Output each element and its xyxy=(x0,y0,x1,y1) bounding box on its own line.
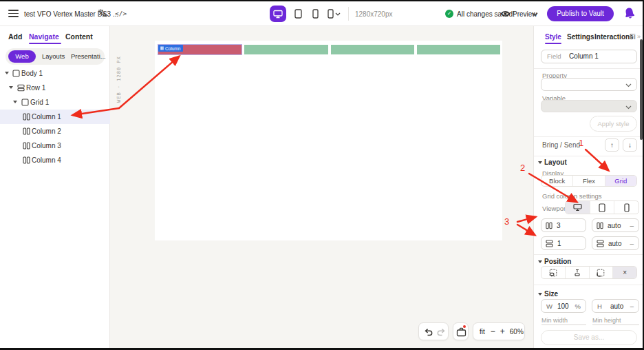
tree-item-row[interactable]: Row 1 xyxy=(0,81,110,95)
view-pill-web[interactable]: Web xyxy=(8,50,36,63)
save-as-button[interactable]: Save as... xyxy=(541,330,637,345)
tree-item-column-1[interactable]: Column 1 xyxy=(0,110,110,124)
notifications-bell-icon[interactable] xyxy=(622,6,636,21)
variable-select[interactable] xyxy=(541,100,637,112)
viewport-desktop-button[interactable] xyxy=(270,6,286,22)
rows-icon xyxy=(597,240,604,247)
column-icon xyxy=(23,156,30,164)
send-backward-button[interactable]: ↓ xyxy=(623,138,637,152)
translate-icon[interactable] xyxy=(97,8,107,18)
width-unit[interactable]: % xyxy=(575,302,581,310)
grid-rows-input[interactable]: 1 xyxy=(541,236,586,250)
tree-item-grid[interactable]: Grid 1 xyxy=(0,95,110,110)
viewport-option-tablet[interactable] xyxy=(590,201,615,214)
width-label: W xyxy=(546,302,552,310)
position-option-absolute[interactable] xyxy=(566,267,590,278)
caret-down-icon[interactable] xyxy=(9,86,13,89)
column-icon xyxy=(23,113,30,121)
display-option-grid[interactable]: Grid xyxy=(605,176,636,186)
chevron-down-icon[interactable] xyxy=(532,12,538,17)
tab-settings[interactable]: Settings xyxy=(567,33,594,41)
publish-to-vault-button[interactable]: Publish to Vault xyxy=(547,6,614,21)
divider xyxy=(534,254,643,255)
grid-rows-value: 1 xyxy=(557,240,561,247)
tree-item-label: Row 1 xyxy=(26,84,45,92)
grid-column-settings-label: Grid column settings xyxy=(542,192,602,200)
caret-down-icon[interactable] xyxy=(538,161,542,164)
property-select[interactable] xyxy=(541,78,637,91)
column-icon xyxy=(160,46,164,50)
viewport-mobile-button[interactable] xyxy=(307,6,323,22)
display-option-block[interactable]: Block xyxy=(541,176,573,186)
min-height-input[interactable] xyxy=(592,325,639,325)
size-section-title[interactable]: Size xyxy=(544,290,558,298)
zoom-out-button[interactable]: − xyxy=(491,327,495,336)
divider xyxy=(534,156,643,156)
code-icon[interactable]: </> xyxy=(115,10,127,17)
tab-content[interactable]: Content xyxy=(65,32,93,41)
tab-interactions[interactable]: Interactions xyxy=(594,33,634,41)
position-option-relative[interactable] xyxy=(541,267,566,278)
panel-scrollbar[interactable] xyxy=(640,39,643,140)
position-sticky-icon xyxy=(597,269,605,277)
zoom-fit-button[interactable]: fit xyxy=(480,328,485,336)
height-unit[interactable]: – xyxy=(630,302,634,310)
position-option-sticky[interactable] xyxy=(590,267,614,278)
layout-section-title[interactable]: Layout xyxy=(544,158,567,166)
divider xyxy=(534,136,643,137)
redo-icon[interactable] xyxy=(437,328,446,336)
caret-down-icon[interactable] xyxy=(13,101,17,103)
caret-down-icon[interactable] xyxy=(5,72,9,74)
menu-icon[interactable] xyxy=(8,10,19,17)
grid-columns-auto-input[interactable]: auto – xyxy=(592,218,639,232)
canvas-column-2[interactable] xyxy=(244,45,328,54)
caret-down-icon[interactable] xyxy=(538,260,542,263)
row-icon xyxy=(17,84,25,92)
zoom-in-button[interactable]: + xyxy=(500,327,505,336)
tree-item-column-2[interactable]: Column 2 xyxy=(0,124,110,138)
view-pill-presentations[interactable]: Presentati... xyxy=(71,52,106,60)
stepper-dash[interactable]: – xyxy=(630,222,634,229)
tree-item-column-4[interactable]: Column 4 xyxy=(0,153,110,167)
canvas-column-1[interactable]: Column xyxy=(158,45,242,54)
min-height-label: Min height xyxy=(592,317,621,324)
tab-add[interactable]: Add xyxy=(8,32,22,41)
active-tab-underline xyxy=(29,43,61,44)
tree-item-label: Column 3 xyxy=(32,142,61,150)
height-input[interactable]: H auto – xyxy=(592,299,639,313)
display-option-flex[interactable]: Flex xyxy=(573,176,605,186)
stepper-dash[interactable]: – xyxy=(630,240,634,247)
viewport-tablet-button[interactable] xyxy=(290,6,306,22)
width-value: 100 xyxy=(557,302,569,310)
grid-rows-auto-input[interactable]: auto – xyxy=(592,236,639,250)
undo-icon[interactable] xyxy=(424,328,433,336)
caret-down-icon[interactable] xyxy=(538,293,542,296)
design-canvas-page[interactable]: Column xyxy=(155,41,502,240)
tree-item-body[interactable]: Body 1 xyxy=(0,66,110,81)
width-input[interactable]: W 100 % xyxy=(541,299,586,313)
toolbox-button[interactable] xyxy=(453,322,469,340)
position-option-none[interactable]: × xyxy=(613,267,636,278)
grid-columns-input[interactable]: 3 xyxy=(541,218,586,232)
canvas-column-3[interactable] xyxy=(331,45,414,54)
tree-item-column-3[interactable]: Column 3 xyxy=(0,138,110,153)
position-section-title[interactable]: Position xyxy=(544,258,571,265)
layers-sidebar: Add Navigate Content Web Layouts Present… xyxy=(0,26,110,348)
canvas-column-4[interactable] xyxy=(417,45,500,54)
preview-eye-icon xyxy=(500,10,511,17)
chevron-down-icon xyxy=(625,83,632,88)
viewport-option-desktop[interactable] xyxy=(566,201,590,214)
bring-forward-button[interactable]: ↑ xyxy=(605,138,619,152)
tab-navigate[interactable]: Navigate xyxy=(29,32,59,41)
viewport-custom-dropdown[interactable] xyxy=(323,6,345,22)
tree-item-label: Grid 1 xyxy=(30,99,49,106)
viewport-option-mobile[interactable] xyxy=(614,201,638,214)
zoom-level-label: 60% xyxy=(510,328,524,336)
tab-style[interactable]: Style xyxy=(545,33,561,41)
field-name-input[interactable]: Field Column 1 xyxy=(541,50,637,63)
min-width-input[interactable] xyxy=(541,325,586,325)
tab-field-truncated[interactable]: Fi xyxy=(630,33,636,41)
zoom-toolbar: fit − + 60% xyxy=(473,322,525,340)
apply-style-button[interactable]: Apply style xyxy=(590,116,637,132)
view-pill-layouts[interactable]: Layouts xyxy=(42,52,65,60)
